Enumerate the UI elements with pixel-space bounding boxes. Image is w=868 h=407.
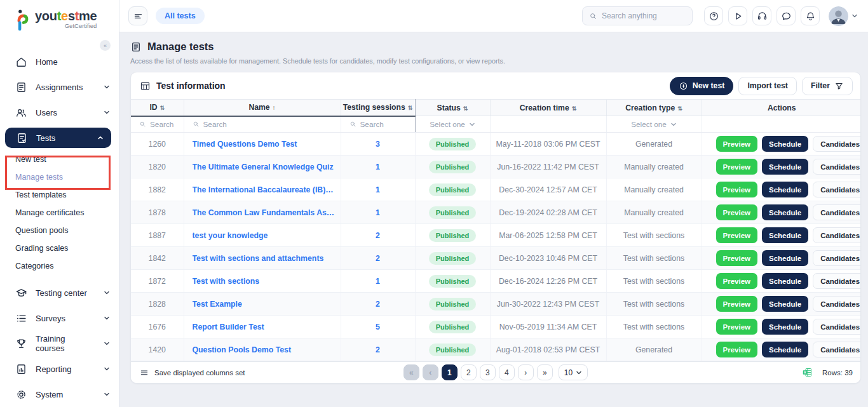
- first-page-button[interactable]: «: [403, 364, 419, 380]
- column-header-name[interactable]: Name↑: [184, 100, 341, 116]
- sidebar-item-reporting[interactable]: Reporting: [0, 356, 119, 382]
- schedule-button[interactable]: Schedule: [762, 182, 808, 197]
- sidebar-item-surveys[interactable]: Surveys: [0, 305, 119, 331]
- import-test-button[interactable]: Import test: [738, 77, 797, 95]
- chat-button[interactable]: [776, 6, 796, 25]
- name-filter-input[interactable]: [203, 120, 315, 129]
- testing-sessions-filter-input[interactable]: [360, 120, 409, 129]
- schedule-button[interactable]: Schedule: [762, 250, 808, 266]
- support-button[interactable]: [752, 6, 771, 25]
- bell-button[interactable]: [801, 6, 820, 25]
- save-columns-button[interactable]: Save displayed columns set: [140, 368, 245, 377]
- sidebar-subitem-question-pools[interactable]: Question pools: [0, 222, 119, 239]
- preview-button[interactable]: Preview: [716, 273, 757, 289]
- help-button[interactable]: [704, 6, 723, 25]
- page-size-select[interactable]: 10: [559, 364, 588, 380]
- status-filter-select[interactable]: Select one: [416, 120, 490, 129]
- candidates-button[interactable]: Candidates: [813, 273, 861, 289]
- prev-page-button[interactable]: ‹: [423, 364, 438, 380]
- candidates-button[interactable]: Candidates: [813, 250, 861, 266]
- user-menu[interactable]: [829, 6, 858, 26]
- new-test-button[interactable]: New test: [670, 77, 734, 95]
- test-name-link[interactable]: Test Example: [193, 300, 341, 309]
- sidebar-subitem-categories[interactable]: Categories: [0, 257, 119, 275]
- preview-button[interactable]: Preview: [716, 227, 757, 243]
- preview-button[interactable]: Preview: [716, 250, 757, 266]
- candidates-button[interactable]: Candidates: [813, 136, 861, 152]
- next-page-button[interactable]: ›: [518, 364, 534, 380]
- schedule-button[interactable]: Schedule: [762, 204, 808, 220]
- testing-sessions-link[interactable]: 1: [376, 208, 380, 217]
- page-button-4[interactable]: 4: [499, 364, 515, 380]
- candidates-button[interactable]: Candidates: [813, 319, 861, 335]
- sidebar-item-training-courses[interactable]: Training courses: [0, 331, 119, 356]
- test-name-link[interactable]: Question Pools Demo Test: [193, 345, 341, 354]
- candidates-button[interactable]: Candidates: [813, 227, 861, 243]
- page-button-1[interactable]: 1: [442, 364, 458, 380]
- column-header-creation-time[interactable]: Creation time⇅: [490, 100, 606, 116]
- sidebar-item-system[interactable]: System: [0, 382, 119, 407]
- page-button-3[interactable]: 3: [480, 364, 496, 380]
- testing-sessions-link[interactable]: 2: [376, 300, 380, 309]
- testing-sessions-link[interactable]: 1: [376, 185, 380, 194]
- menu-toggle-button[interactable]: [128, 6, 147, 25]
- id-filter-input[interactable]: [150, 120, 183, 129]
- test-name-link[interactable]: test your knowledge: [193, 231, 341, 240]
- sidebar-subitem-manage-certificates[interactable]: Manage certificates: [0, 204, 119, 222]
- schedule-button[interactable]: Schedule: [762, 319, 808, 335]
- play-button[interactable]: [728, 6, 747, 25]
- sidebar-subitem-test-templates[interactable]: Test templates: [0, 186, 119, 204]
- candidates-button[interactable]: Candidates: [813, 182, 861, 197]
- candidates-button[interactable]: Candidates: [813, 296, 861, 312]
- testing-sessions-link[interactable]: 5: [376, 323, 380, 331]
- column-header-id[interactable]: ID⇅: [131, 100, 184, 116]
- schedule-button[interactable]: Schedule: [762, 136, 808, 152]
- creation-type-filter-select[interactable]: Select one: [607, 120, 702, 129]
- testing-sessions-link[interactable]: 2: [376, 231, 380, 240]
- column-header-testing-sessions[interactable]: Testing sessions⇅: [341, 100, 415, 116]
- column-header-status[interactable]: Status⇅: [415, 100, 490, 116]
- preview-button[interactable]: Preview: [716, 159, 757, 175]
- test-name-link[interactable]: Report Builder Test: [193, 323, 341, 331]
- preview-button[interactable]: Preview: [716, 296, 757, 312]
- sidebar-item-tests[interactable]: Tests: [5, 128, 111, 148]
- preview-button[interactable]: Preview: [716, 182, 757, 197]
- schedule-button[interactable]: Schedule: [762, 296, 808, 312]
- sidebar-item-testing-center[interactable]: Testing center: [0, 280, 119, 305]
- sidebar-subitem-grading-scales[interactable]: Grading scales: [0, 239, 119, 257]
- sidebar-subitem-manage-tests[interactable]: Manage tests: [0, 168, 119, 186]
- preview-button[interactable]: Preview: [716, 319, 757, 335]
- last-page-button[interactable]: »: [537, 364, 553, 380]
- test-name-link[interactable]: The Ultimate General Knowledge Quiz: [193, 163, 341, 171]
- preview-button[interactable]: Preview: [716, 342, 757, 357]
- sidebar-subitem-new-test[interactable]: New test: [0, 150, 119, 168]
- filter-button[interactable]: Filter: [802, 77, 853, 95]
- test-name-link[interactable]: The Common Law Fundamentals Assessment: [193, 208, 341, 217]
- breadcrumb[interactable]: All tests: [156, 8, 205, 24]
- test-name-link[interactable]: Timed Questions Demo Test: [193, 140, 341, 149]
- excel-export-icon[interactable]: [802, 367, 813, 378]
- schedule-button[interactable]: Schedule: [762, 159, 808, 175]
- testing-sessions-link[interactable]: 1: [376, 277, 380, 286]
- sidebar-item-assignments[interactable]: Assignments: [0, 74, 119, 100]
- testing-sessions-link[interactable]: 2: [376, 345, 380, 354]
- sidebar-collapse-button[interactable]: «: [100, 40, 111, 51]
- test-name-link[interactable]: The International Baccalaureate (IB) Ext…: [193, 185, 341, 194]
- testing-sessions-link[interactable]: 1: [376, 163, 380, 171]
- page-button-2[interactable]: 2: [461, 364, 477, 380]
- schedule-button[interactable]: Schedule: [762, 227, 808, 243]
- candidates-button[interactable]: Candidates: [813, 159, 861, 175]
- preview-button[interactable]: Preview: [716, 136, 757, 152]
- column-header-creation-type[interactable]: Creation type⇅: [606, 100, 702, 116]
- schedule-button[interactable]: Schedule: [762, 273, 808, 289]
- preview-button[interactable]: Preview: [716, 204, 757, 220]
- testing-sessions-link[interactable]: 2: [376, 254, 380, 263]
- sidebar-item-users[interactable]: Users: [0, 100, 119, 125]
- test-name-link[interactable]: Test with sections: [193, 277, 341, 286]
- sidebar-item-home[interactable]: Home: [0, 49, 119, 74]
- schedule-button[interactable]: Schedule: [762, 342, 808, 357]
- candidates-button[interactable]: Candidates: [813, 204, 861, 220]
- global-search-input[interactable]: [602, 11, 681, 20]
- testing-sessions-link[interactable]: 3: [376, 140, 380, 149]
- candidates-button[interactable]: Candidates: [813, 342, 861, 357]
